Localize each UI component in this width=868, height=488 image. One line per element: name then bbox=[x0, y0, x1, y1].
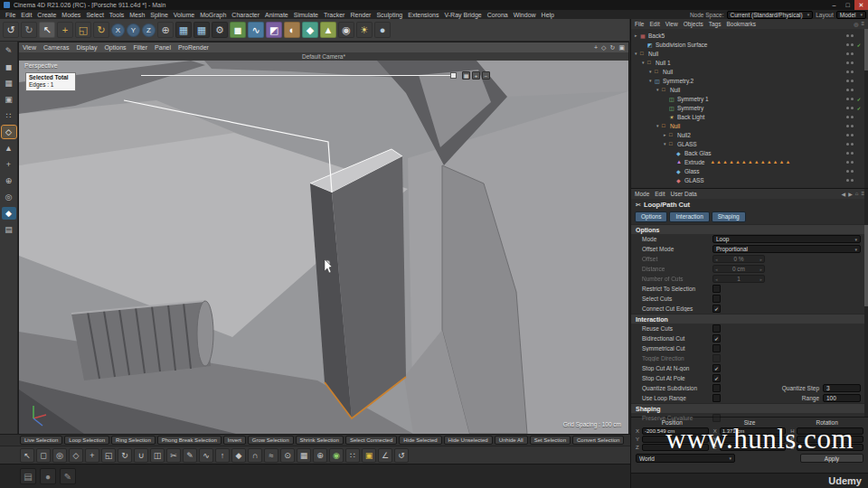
rectangle-selection-icon[interactable]: ◻ bbox=[36, 448, 51, 463]
toggle-views-icon[interactable]: ▣ bbox=[618, 44, 625, 52]
tree-item[interactable]: ▾ ◫ Symmetry.2 bbox=[631, 76, 868, 85]
search-icon[interactable]: ◎ bbox=[854, 21, 858, 27]
attribute-field2[interactable]: 100 bbox=[823, 394, 861, 402]
attribute-checkbox[interactable]: ✓ bbox=[712, 364, 721, 372]
menu-item[interactable]: Volume bbox=[171, 12, 197, 18]
add-camera-icon[interactable]: ◉ bbox=[338, 22, 354, 38]
menu-item[interactable]: Modes bbox=[59, 12, 83, 18]
attribute-checkbox[interactable] bbox=[712, 384, 721, 392]
visibility-dot-render[interactable] bbox=[851, 61, 854, 64]
decrement-icon[interactable]: ◂ bbox=[715, 257, 718, 262]
coordinate-system-icon[interactable]: ⊕ bbox=[157, 22, 174, 38]
close-button[interactable]: ✕ bbox=[854, 0, 868, 10]
attribute-checkbox[interactable] bbox=[712, 285, 721, 293]
object-name[interactable]: Symmetry 1 bbox=[677, 96, 709, 102]
tree-item[interactable]: ◫ Symmetry 1 ✓ bbox=[631, 94, 868, 103]
tree-item[interactable]: ◆ Back Glas bbox=[631, 148, 868, 157]
attribute-scrollbar[interactable] bbox=[864, 189, 868, 417]
attribute-checkbox[interactable]: ✓ bbox=[712, 334, 721, 343]
node-space-select[interactable]: Current (Standard/Physical)▾ bbox=[727, 11, 814, 19]
attribute-field[interactable]: ◂1▸ bbox=[712, 275, 765, 283]
visibility-dot-render[interactable] bbox=[851, 134, 854, 136]
texture-mode-icon[interactable]: ▦ bbox=[2, 77, 16, 89]
tree-item[interactable]: ▾ □ Null bbox=[631, 121, 868, 130]
attribute-menu-item[interactable]: Edit bbox=[655, 191, 665, 197]
selection-command-button[interactable]: Live Selection bbox=[20, 436, 62, 445]
redo-icon[interactable]: ↻ bbox=[21, 22, 37, 38]
viewport-canvas[interactable]: Perspective Selected Total Edges : 1 ▦+−… bbox=[19, 61, 628, 434]
add-generator-icon[interactable]: ◩ bbox=[266, 22, 282, 38]
selection-command-button[interactable]: Phong Break Selection bbox=[157, 436, 222, 445]
attribute-checkbox[interactable] bbox=[712, 394, 721, 402]
move-icon[interactable]: + bbox=[85, 448, 99, 463]
add-light-icon[interactable]: ☀ bbox=[356, 22, 373, 38]
menu-item[interactable]: Animate bbox=[262, 12, 291, 18]
back-icon[interactable]: ◀ bbox=[842, 191, 846, 197]
attribute-field[interactable]: ◂0 cm▸ bbox=[712, 265, 765, 273]
tree-item[interactable]: ◆ Glass bbox=[631, 166, 868, 175]
attribute-checkbox[interactable] bbox=[712, 414, 721, 422]
object-name[interactable]: Subdivision Surface bbox=[656, 42, 707, 48]
object-name[interactable]: Null2 bbox=[677, 132, 691, 138]
attribute-checkbox[interactable] bbox=[712, 354, 721, 362]
scale-tool-icon[interactable]: ◱ bbox=[75, 22, 91, 38]
live-selection-icon[interactable]: ↖ bbox=[39, 22, 55, 38]
enabled-check-icon[interactable]: ✓ bbox=[855, 105, 863, 111]
visibility-dot-render[interactable] bbox=[851, 107, 854, 109]
render-to-viewer-icon[interactable]: ▦ bbox=[193, 22, 210, 38]
mirror-icon[interactable]: ◫ bbox=[150, 448, 165, 463]
visibility-dot-render[interactable] bbox=[851, 125, 854, 127]
visibility-dot-editor[interactable] bbox=[846, 80, 849, 82]
visibility-dot-editor[interactable] bbox=[846, 34, 849, 37]
rotate-icon[interactable]: ↻ bbox=[118, 448, 132, 463]
polygon-selection-icon[interactable]: ◇ bbox=[69, 448, 83, 463]
z-axis-lock-icon[interactable]: Z bbox=[142, 23, 156, 37]
cut-grid-icon[interactable]: ▦ bbox=[462, 71, 470, 80]
axis-center-icon[interactable]: ⊕ bbox=[313, 448, 327, 463]
object-name[interactable]: Symmetry.2 bbox=[663, 78, 693, 84]
menu-item[interactable]: Help bbox=[539, 12, 557, 18]
array-icon[interactable]: ▦ bbox=[297, 448, 311, 463]
object-name[interactable]: Null bbox=[663, 69, 673, 75]
viewport-solo-icon[interactable]: ◎ bbox=[2, 191, 16, 203]
tree-item[interactable]: ◆ GLASS bbox=[631, 175, 868, 184]
viewport-menu-item[interactable]: Filter bbox=[134, 44, 148, 51]
add-field-icon[interactable]: ▲ bbox=[320, 22, 336, 38]
knife-icon[interactable]: ✂ bbox=[166, 448, 181, 463]
selection-command-button[interactable]: Grow Selection bbox=[248, 436, 294, 445]
visibility-dot-render[interactable] bbox=[851, 143, 854, 145]
zoom-view-icon[interactable]: ◇ bbox=[601, 44, 606, 52]
selection-command-button[interactable]: Hide Selected bbox=[399, 436, 441, 445]
tree-item[interactable]: ▸ ▦ Back5 bbox=[631, 31, 868, 40]
object-name[interactable]: Null 1 bbox=[656, 60, 671, 66]
menu-item[interactable]: Edit bbox=[18, 12, 34, 18]
tree-item[interactable]: ▲ Extrude ▲▲▲▲▲▲▲▲▲▲▲▲▲ bbox=[631, 157, 868, 166]
section-options[interactable]: Options bbox=[631, 224, 868, 234]
tree-item[interactable]: ☀ Back Light bbox=[631, 112, 868, 121]
tree-item[interactable]: ▾ □ Null bbox=[631, 67, 868, 76]
menu-item[interactable]: Tools bbox=[107, 12, 127, 18]
viewport-menu-item[interactable]: Cameras bbox=[43, 44, 69, 51]
render-settings-icon[interactable]: ⚙ bbox=[212, 22, 228, 38]
object-tree-scrollbar[interactable] bbox=[864, 29, 868, 188]
edges-mode-icon[interactable]: ◇ bbox=[2, 126, 16, 138]
x-axis-lock-icon[interactable]: X bbox=[111, 23, 125, 37]
selection-command-button[interactable]: Convert Selection bbox=[572, 436, 624, 445]
add-deformer-icon[interactable]: ◐ bbox=[284, 22, 300, 38]
add-spline-icon[interactable]: ∿ bbox=[248, 22, 264, 38]
attribute-field[interactable]: ◂0 %▸ bbox=[712, 255, 765, 263]
attribute-tab[interactable]: Interaction bbox=[669, 211, 709, 222]
tree-item[interactable]: ◫ Symmetry ✓ bbox=[631, 103, 868, 112]
menu-item[interactable]: Spline bbox=[147, 12, 170, 18]
model-mode-icon[interactable]: ◼ bbox=[2, 61, 16, 73]
attribute-checkbox[interactable]: ✓ bbox=[712, 305, 721, 313]
object-name[interactable]: Back5 bbox=[648, 33, 665, 39]
material-manager-icon[interactable]: ▤ bbox=[20, 468, 36, 484]
menu-item[interactable]: Extensions bbox=[405, 12, 441, 18]
measure-icon[interactable]: ∠ bbox=[378, 448, 392, 463]
workplane-mode-icon[interactable]: ▣ bbox=[2, 93, 16, 106]
bevel-icon[interactable]: ◆ bbox=[231, 448, 246, 463]
viewport-menu-item[interactable]: View bbox=[23, 44, 36, 51]
layout-select[interactable]: Model▾ bbox=[836, 11, 866, 19]
menu-item[interactable]: Window bbox=[511, 12, 539, 18]
